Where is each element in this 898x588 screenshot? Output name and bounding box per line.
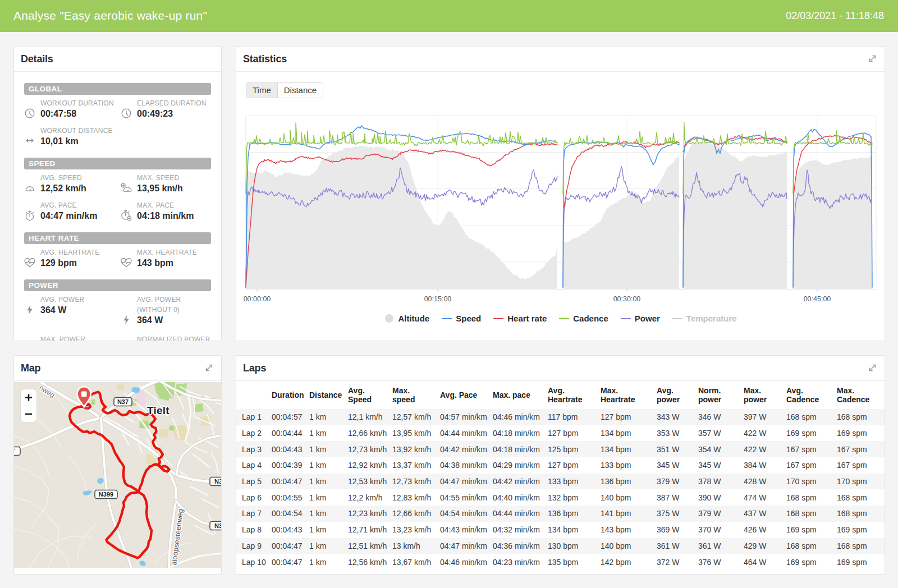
svg-text:N37: N37 — [117, 398, 129, 405]
svg-text:N3: N3 — [214, 522, 221, 529]
svg-text:Tielt: Tielt — [147, 405, 169, 416]
svg-text:N399: N399 — [99, 491, 113, 498]
svg-text:N3: N3 — [214, 478, 221, 485]
svg-text:7: 7 — [14, 448, 15, 454]
